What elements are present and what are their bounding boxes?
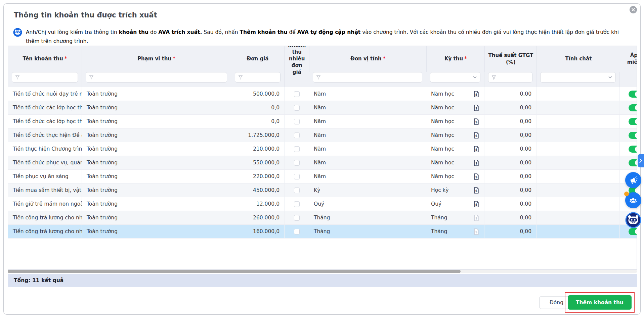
cell-scope: Toàn trường: [82, 115, 231, 128]
cell-period: Năm học$: [426, 128, 484, 142]
cell-exempt: [620, 87, 637, 101]
exempt-toggle[interactable]: [629, 146, 637, 153]
cell-scope: Toàn trường: [82, 183, 231, 197]
cell-period: Năm học$: [426, 142, 484, 156]
svg-text:$: $: [475, 203, 478, 206]
filter-cell-name: [8, 72, 82, 87]
cell-price: 500.000,0: [231, 87, 285, 101]
multi-price-checkbox[interactable]: [294, 132, 300, 138]
horizontal-scrollbar[interactable]: [8, 270, 637, 273]
community-button[interactable]: [625, 192, 641, 208]
table-row[interactable]: Tiền thực hiện Chương trình kích cầ...To…: [8, 142, 637, 156]
table-row[interactable]: Tiền công trả lương cho nhân viên n...To…: [8, 211, 637, 225]
expand-panel-tab[interactable]: [638, 154, 644, 167]
cell-scope: Toàn trường: [82, 87, 231, 101]
exempt-toggle[interactable]: [629, 118, 637, 125]
receipt-icon[interactable]: $: [473, 146, 479, 153]
cell-unit: Kỳ: [309, 183, 426, 197]
cell-multi: [285, 156, 309, 169]
close-circle-icon: [629, 5, 638, 14]
cell-unit: Năm: [309, 156, 426, 169]
add-fees-button[interactable]: Thêm khoản thu: [568, 295, 632, 310]
cell-name: Tiền công trả lương cho nhân viên n...: [8, 225, 82, 238]
cell-price: 0,0: [231, 101, 285, 114]
filter-funnel-icon: [15, 75, 20, 80]
multi-price-checkbox[interactable]: [294, 91, 300, 97]
filter-cell-unit: [309, 72, 426, 87]
receipt-icon[interactable]: $: [473, 132, 479, 139]
chevron-down-icon: [608, 75, 612, 80]
receipt-icon[interactable]: $: [473, 91, 479, 98]
filter-input-name[interactable]: [12, 72, 78, 83]
table-row[interactable]: Tiền công trả lương cho nhân viên n...To…: [8, 225, 637, 238]
exempt-toggle[interactable]: [629, 159, 637, 166]
cell-price: 12.000,0: [231, 197, 285, 211]
filter-cell-vat: [484, 72, 536, 87]
cell-vat: 0,00: [484, 128, 536, 142]
cell-multi: [285, 170, 309, 183]
cell-period: Tháng$: [426, 225, 484, 238]
multi-price-checkbox[interactable]: [294, 119, 300, 124]
close-icon[interactable]: [629, 5, 638, 14]
cell-exempt: [620, 142, 637, 156]
svg-text:$: $: [475, 93, 478, 96]
exempt-toggle[interactable]: [629, 104, 637, 111]
receipt-icon[interactable]: $: [473, 173, 479, 180]
total-bar: Tổng: 11 kết quả: [8, 274, 637, 287]
cell-unit: Tháng: [309, 211, 426, 224]
receipt-icon[interactable]: $: [473, 118, 479, 125]
receipt-icon[interactable]: $: [473, 214, 479, 221]
receipt-icon[interactable]: $: [473, 187, 479, 194]
cell-name: Tiền tổ chức nuôi dạy trẻ mầm non t...: [8, 87, 82, 101]
table-row[interactable]: Tiền phục vụ ăn sángToàn trường220.000,0…: [8, 170, 637, 183]
cell-multi: [285, 197, 309, 211]
cell-price: 450.000,0: [231, 183, 285, 197]
filter-input-unit[interactable]: [313, 72, 422, 83]
exempt-toggle[interactable]: [629, 132, 637, 139]
exempt-toggle[interactable]: [629, 228, 637, 235]
exempt-toggle[interactable]: [629, 91, 637, 98]
table-row[interactable]: Tiền tổ chức các lớp học theo Đề án...To…: [8, 101, 637, 115]
cell-price: 260.000,0: [231, 211, 285, 224]
cell-unit: Năm: [309, 170, 426, 183]
multi-price-checkbox[interactable]: [294, 146, 300, 152]
filter-input-vat[interactable]: [488, 72, 532, 83]
table-row[interactable]: Tiền giữ trẻ mầm non ngoài giờToàn trườn…: [8, 197, 637, 211]
filter-select-nature[interactable]: [540, 72, 616, 83]
cell-nature: [536, 183, 620, 197]
filter-select-period[interactable]: [430, 72, 480, 83]
table-row[interactable]: Tiền tổ chức các lớp học theo Đề án...To…: [8, 115, 637, 128]
table-row[interactable]: Tiền mua sắm thiết bị, vật dụng phụ...To…: [8, 183, 637, 197]
multi-price-checkbox[interactable]: [294, 215, 300, 221]
instruction-row: Anh/Chị vui lòng kiểm tra thông tin khoả…: [13, 28, 627, 46]
table-row[interactable]: Tiền tổ chức thực hiện Đề án Trườn...Toà…: [8, 128, 637, 142]
svg-text:$: $: [475, 230, 478, 234]
people-icon: [629, 196, 638, 205]
table-row[interactable]: Tiền tổ chức phục vụ, quản lý và vệ ...T…: [8, 156, 637, 170]
multi-price-checkbox[interactable]: [294, 174, 300, 179]
instruction-text: Anh/Chị vui lòng kiểm tra thông tin khoả…: [26, 28, 627, 46]
scrollbar-thumb[interactable]: [8, 270, 461, 273]
multi-price-checkbox[interactable]: [294, 229, 300, 234]
megaphone-button[interactable]: [625, 172, 641, 188]
multi-price-checkbox[interactable]: [294, 201, 300, 207]
receipt-icon[interactable]: $: [473, 159, 479, 166]
cell-multi: [285, 101, 309, 114]
cell-name: Tiền tổ chức các lớp học theo Đề án...: [8, 101, 82, 114]
column-header-name: Tên khoản thu*: [8, 46, 82, 72]
ava-assistant-button[interactable]: [625, 212, 641, 228]
receipt-icon[interactable]: $: [473, 104, 479, 111]
multi-price-checkbox[interactable]: [294, 160, 300, 166]
multi-price-checkbox[interactable]: [294, 105, 300, 111]
filter-input-scope[interactable]: [86, 72, 227, 83]
cell-exempt: [620, 115, 637, 128]
annotation-highlight: Thêm khoản thu: [565, 292, 635, 313]
multi-price-checkbox[interactable]: [294, 188, 300, 193]
column-header-period: Kỳ thu*: [427, 46, 485, 72]
total-results: Tổng: 11 kết quả: [14, 277, 63, 283]
table-row[interactable]: Tiền tổ chức nuôi dạy trẻ mầm non t...To…: [8, 87, 637, 101]
receipt-icon[interactable]: $: [473, 201, 479, 208]
filter-input-price[interactable]: [235, 72, 281, 83]
receipt-icon[interactable]: $: [473, 228, 479, 235]
cell-vat: 0,00: [484, 156, 536, 169]
